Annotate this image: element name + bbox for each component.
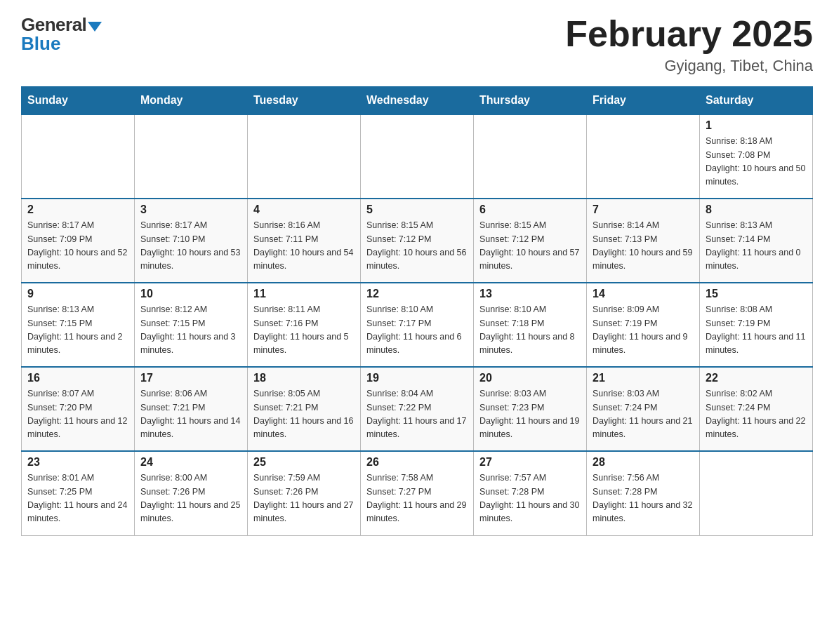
calendar-week-row: 16Sunrise: 8:07 AMSunset: 7:20 PMDayligh… xyxy=(22,367,813,451)
col-sunday: Sunday xyxy=(22,87,135,115)
calendar-cell: 10Sunrise: 8:12 AMSunset: 7:15 PMDayligh… xyxy=(135,283,248,367)
day-info: Sunrise: 8:16 AMSunset: 7:11 PMDaylight:… xyxy=(253,219,355,274)
day-number: 3 xyxy=(140,203,241,216)
day-number: 16 xyxy=(27,372,128,384)
day-info: Sunrise: 8:10 AMSunset: 7:18 PMDaylight:… xyxy=(479,303,581,358)
calendar-cell: 25Sunrise: 7:59 AMSunset: 7:26 PMDayligh… xyxy=(248,451,361,535)
day-info: Sunrise: 7:58 AMSunset: 7:27 PMDaylight:… xyxy=(366,471,468,526)
calendar-cell xyxy=(248,114,361,199)
day-info: Sunrise: 8:18 AMSunset: 7:08 PMDaylight:… xyxy=(706,135,807,189)
day-info: Sunrise: 8:08 AMSunset: 7:19 PMDaylight:… xyxy=(706,303,807,358)
day-number: 7 xyxy=(593,203,694,216)
col-friday: Friday xyxy=(587,87,700,115)
day-info: Sunrise: 8:01 AMSunset: 7:25 PMDaylight:… xyxy=(27,471,128,526)
calendar-cell: 8Sunrise: 8:13 AMSunset: 7:14 PMDaylight… xyxy=(700,199,813,283)
calendar-header-row: Sunday Monday Tuesday Wednesday Thursday… xyxy=(22,87,813,115)
day-number: 5 xyxy=(366,203,468,216)
day-info: Sunrise: 8:02 AMSunset: 7:24 PMDaylight:… xyxy=(706,387,807,442)
day-info: Sunrise: 8:13 AMSunset: 7:15 PMDaylight:… xyxy=(27,303,128,358)
day-number: 28 xyxy=(593,456,694,469)
day-info: Sunrise: 8:07 AMSunset: 7:20 PMDaylight:… xyxy=(27,387,128,442)
day-number: 17 xyxy=(140,372,241,384)
calendar-week-row: 1Sunrise: 8:18 AMSunset: 7:08 PMDaylight… xyxy=(22,114,813,199)
logo: General Blue xyxy=(21,14,102,55)
day-number: 27 xyxy=(479,456,581,469)
calendar-table: Sunday Monday Tuesday Wednesday Thursday… xyxy=(21,86,813,536)
location-text: Gyigang, Tibet, China xyxy=(565,57,813,75)
calendar-cell: 1Sunrise: 8:18 AMSunset: 7:08 PMDaylight… xyxy=(700,114,813,199)
calendar-cell: 15Sunrise: 8:08 AMSunset: 7:19 PMDayligh… xyxy=(700,283,813,367)
day-number: 1 xyxy=(706,119,807,132)
calendar-cell xyxy=(474,114,587,199)
day-info: Sunrise: 8:04 AMSunset: 7:22 PMDaylight:… xyxy=(366,387,468,442)
logo-blue-text: Blue xyxy=(21,33,60,55)
day-info: Sunrise: 8:15 AMSunset: 7:12 PMDaylight:… xyxy=(366,219,468,274)
day-number: 19 xyxy=(366,372,468,384)
calendar-cell: 23Sunrise: 8:01 AMSunset: 7:25 PMDayligh… xyxy=(22,451,135,535)
day-number: 12 xyxy=(366,288,468,300)
day-number: 23 xyxy=(27,456,128,469)
col-saturday: Saturday xyxy=(700,87,813,115)
calendar-cell xyxy=(135,114,248,199)
calendar-cell: 18Sunrise: 8:05 AMSunset: 7:21 PMDayligh… xyxy=(248,367,361,451)
calendar-cell: 28Sunrise: 7:56 AMSunset: 7:28 PMDayligh… xyxy=(587,451,700,535)
calendar-cell: 22Sunrise: 8:02 AMSunset: 7:24 PMDayligh… xyxy=(700,367,813,451)
day-number: 11 xyxy=(253,288,355,300)
day-number: 4 xyxy=(253,203,355,216)
calendar-cell: 4Sunrise: 8:16 AMSunset: 7:11 PMDaylight… xyxy=(248,199,361,283)
day-info: Sunrise: 8:03 AMSunset: 7:24 PMDaylight:… xyxy=(593,387,694,442)
day-number: 22 xyxy=(706,372,807,384)
day-number: 10 xyxy=(140,288,241,300)
calendar-cell: 6Sunrise: 8:15 AMSunset: 7:12 PMDaylight… xyxy=(474,199,587,283)
calendar-cell: 11Sunrise: 8:11 AMSunset: 7:16 PMDayligh… xyxy=(248,283,361,367)
col-thursday: Thursday xyxy=(474,87,587,115)
calendar-cell xyxy=(22,114,135,199)
day-info: Sunrise: 7:59 AMSunset: 7:26 PMDaylight:… xyxy=(253,471,355,526)
calendar-cell: 21Sunrise: 8:03 AMSunset: 7:24 PMDayligh… xyxy=(587,367,700,451)
day-info: Sunrise: 8:14 AMSunset: 7:13 PMDaylight:… xyxy=(593,219,694,274)
day-info: Sunrise: 8:13 AMSunset: 7:14 PMDaylight:… xyxy=(706,219,807,274)
day-number: 6 xyxy=(479,203,581,216)
calendar-cell: 3Sunrise: 8:17 AMSunset: 7:10 PMDaylight… xyxy=(135,199,248,283)
logo-triangle-icon xyxy=(88,22,102,32)
calendar-cell: 20Sunrise: 8:03 AMSunset: 7:23 PMDayligh… xyxy=(474,367,587,451)
day-info: Sunrise: 8:00 AMSunset: 7:26 PMDaylight:… xyxy=(140,471,241,526)
day-info: Sunrise: 8:05 AMSunset: 7:21 PMDaylight:… xyxy=(253,387,355,442)
calendar-week-row: 23Sunrise: 8:01 AMSunset: 7:25 PMDayligh… xyxy=(22,451,813,535)
calendar-cell: 27Sunrise: 7:57 AMSunset: 7:28 PMDayligh… xyxy=(474,451,587,535)
day-info: Sunrise: 8:03 AMSunset: 7:23 PMDaylight:… xyxy=(479,387,581,442)
day-number: 8 xyxy=(706,203,807,216)
calendar-cell: 5Sunrise: 8:15 AMSunset: 7:12 PMDaylight… xyxy=(361,199,474,283)
calendar-cell: 14Sunrise: 8:09 AMSunset: 7:19 PMDayligh… xyxy=(587,283,700,367)
day-number: 26 xyxy=(366,456,468,469)
day-info: Sunrise: 8:09 AMSunset: 7:19 PMDaylight:… xyxy=(593,303,694,358)
calendar-cell: 17Sunrise: 8:06 AMSunset: 7:21 PMDayligh… xyxy=(135,367,248,451)
logo-general-text: General xyxy=(21,14,86,35)
calendar-cell xyxy=(361,114,474,199)
day-info: Sunrise: 8:17 AMSunset: 7:09 PMDaylight:… xyxy=(27,219,128,274)
day-number: 24 xyxy=(140,456,241,469)
col-wednesday: Wednesday xyxy=(361,87,474,115)
day-number: 15 xyxy=(706,288,807,300)
day-number: 25 xyxy=(253,456,355,469)
calendar-cell: 19Sunrise: 8:04 AMSunset: 7:22 PMDayligh… xyxy=(361,367,474,451)
day-number: 21 xyxy=(593,372,694,384)
calendar-cell: 26Sunrise: 7:58 AMSunset: 7:27 PMDayligh… xyxy=(361,451,474,535)
day-info: Sunrise: 8:11 AMSunset: 7:16 PMDaylight:… xyxy=(253,303,355,358)
calendar-week-row: 9Sunrise: 8:13 AMSunset: 7:15 PMDaylight… xyxy=(22,283,813,367)
day-info: Sunrise: 7:57 AMSunset: 7:28 PMDaylight:… xyxy=(479,471,581,526)
day-info: Sunrise: 8:15 AMSunset: 7:12 PMDaylight:… xyxy=(479,219,581,274)
day-info: Sunrise: 8:06 AMSunset: 7:21 PMDaylight:… xyxy=(140,387,241,442)
col-tuesday: Tuesday xyxy=(248,87,361,115)
day-number: 13 xyxy=(479,288,581,300)
calendar-cell: 9Sunrise: 8:13 AMSunset: 7:15 PMDaylight… xyxy=(22,283,135,367)
day-number: 2 xyxy=(27,203,128,216)
calendar-week-row: 2Sunrise: 8:17 AMSunset: 7:09 PMDaylight… xyxy=(22,199,813,283)
calendar-cell: 13Sunrise: 8:10 AMSunset: 7:18 PMDayligh… xyxy=(474,283,587,367)
day-number: 14 xyxy=(593,288,694,300)
day-number: 18 xyxy=(253,372,355,384)
calendar-cell: 2Sunrise: 8:17 AMSunset: 7:09 PMDaylight… xyxy=(22,199,135,283)
day-info: Sunrise: 8:12 AMSunset: 7:15 PMDaylight:… xyxy=(140,303,241,358)
calendar-cell: 7Sunrise: 8:14 AMSunset: 7:13 PMDaylight… xyxy=(587,199,700,283)
day-info: Sunrise: 8:17 AMSunset: 7:10 PMDaylight:… xyxy=(140,219,241,274)
